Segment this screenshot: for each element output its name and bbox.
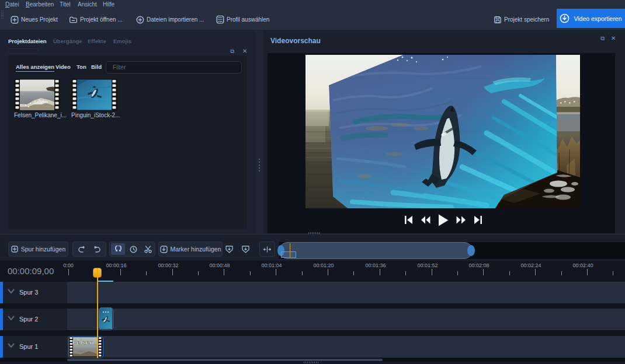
- svg-text:Felsen...: Felsen...: [72, 339, 99, 346]
